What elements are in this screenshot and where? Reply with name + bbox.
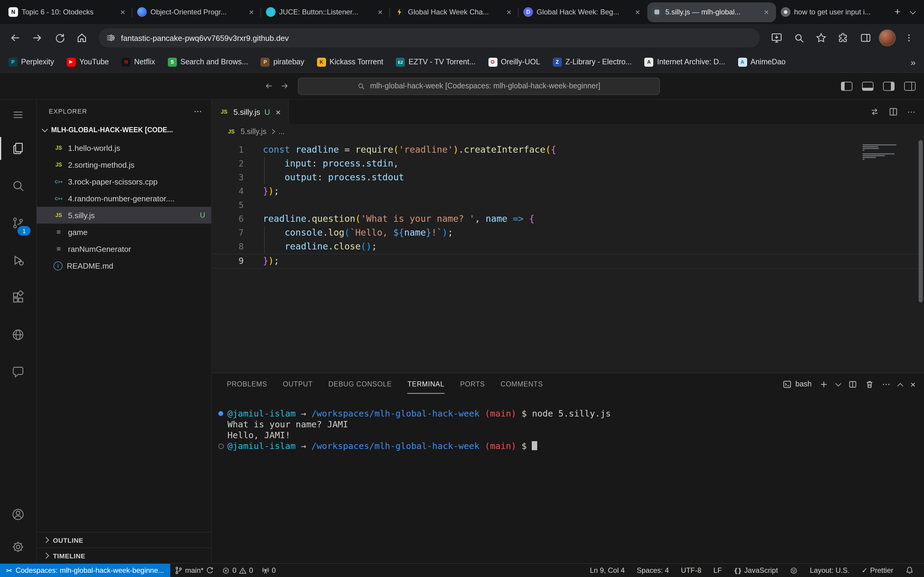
swap-editors-icon[interactable]	[870, 107, 879, 117]
bookmark-item[interactable]: Netflix	[121, 57, 155, 66]
reload-button[interactable]	[50, 29, 69, 47]
problems-status[interactable]: 0 0	[218, 566, 257, 575]
editor-back-icon[interactable]	[264, 81, 274, 91]
editor-tab[interactable]: 5.silly.js U ×	[212, 100, 288, 124]
explorer-more-actions-icon[interactable]: ⋯	[194, 106, 203, 116]
split-editor-icon[interactable]	[888, 107, 898, 117]
source-control-icon[interactable]: 1	[0, 205, 36, 242]
browser-tab[interactable]: how to get user input i...×	[776, 2, 886, 22]
command-decoration-pending[interactable]	[218, 443, 224, 449]
panel-tab-comments[interactable]: COMMENTS	[501, 380, 543, 388]
zoom-icon[interactable]	[790, 29, 808, 47]
browser-tab[interactable]: Topic 6 - 10: Otodecks×	[3, 2, 132, 22]
cursor-position-status[interactable]: Ln 9, Col 4	[586, 566, 629, 575]
breadcrumb-more[interactable]: ...	[278, 127, 285, 136]
file-tree-item[interactable]: 4.random-number-generator....	[37, 190, 211, 207]
remote-indicator[interactable]: >< Codespaces: mlh-global-hack-week-begi…	[0, 564, 170, 577]
bookmark-item[interactable]: AnimeDao	[738, 57, 786, 66]
browser-tab[interactable]: Object-Oriented Progr...×	[132, 2, 261, 22]
file-tree-item[interactable]: 3.rock-paper-scissors.cpp	[37, 173, 211, 190]
run-debug-icon[interactable]	[0, 242, 36, 279]
eol-status[interactable]: LF	[709, 566, 726, 575]
keyboard-layout-status[interactable]: Layout: U.S.	[806, 566, 854, 575]
tab-close-icon[interactable]: ×	[247, 7, 256, 17]
code-editor[interactable]: 1const readline = require('readline').cr…	[212, 139, 924, 372]
breadcrumb-file[interactable]: 5.silly.js	[241, 127, 267, 136]
bookmark-item[interactable]: Perplexity	[8, 57, 54, 66]
new-terminal-icon[interactable]	[819, 380, 828, 388]
toggle-sidebar-icon[interactable]	[841, 81, 853, 90]
bookmark-item[interactable]: piratebay	[261, 57, 304, 66]
file-tree-item[interactable]: 1.hello-world.js	[37, 139, 211, 156]
explorer-root-folder[interactable]: MLH-GLOBAL-HACK-WEEK [CODE...	[37, 122, 211, 137]
menu-icon[interactable]	[0, 100, 36, 130]
branch-status[interactable]: main*	[170, 566, 218, 575]
browser-tab[interactable]: Global Hack Week: Beg...×	[519, 2, 647, 22]
tab-search-button[interactable]	[905, 10, 921, 14]
command-decoration-success[interactable]	[218, 411, 223, 416]
maximize-panel-icon[interactable]	[898, 383, 903, 389]
customize-layout-icon[interactable]	[904, 81, 916, 90]
tab-close-icon[interactable]: ×	[633, 7, 643, 17]
browser-menu-icon[interactable]	[900, 29, 918, 47]
explorer-icon[interactable]	[0, 130, 36, 167]
site-settings-icon[interactable]	[106, 33, 115, 43]
terminal[interactable]: @jamiul-islam → /workspaces/mlh-global-h…	[212, 395, 924, 563]
remote-explorer-globe-icon[interactable]	[0, 316, 36, 353]
close-panel-icon[interactable]: ×	[910, 379, 916, 389]
bookmark-star-icon[interactable]	[812, 29, 830, 47]
settings-gear-icon[interactable]	[0, 531, 36, 563]
scrollbar[interactable]	[919, 140, 923, 302]
new-tab-button[interactable]: +	[890, 4, 905, 20]
formatter-status[interactable]: ✓ Prettier	[858, 566, 898, 575]
file-tree-item[interactable]: 5.silly.jsU	[37, 207, 211, 224]
profile-avatar[interactable]	[879, 29, 896, 46]
bookmark-item[interactable]: EZTV - TV Torrent...	[396, 57, 475, 66]
file-tree-item[interactable]: game	[37, 224, 211, 240]
toggle-secondary-sidebar-icon[interactable]	[883, 81, 895, 90]
extensions-icon[interactable]	[0, 279, 36, 316]
breadcrumbs[interactable]: 5.silly.js ...	[212, 124, 924, 139]
command-center[interactable]: mlh-global-hack-week [Codespaces: mlh-gl…	[298, 77, 660, 95]
back-button[interactable]	[6, 29, 24, 47]
bookmarks-overflow-icon[interactable]: »	[911, 57, 916, 67]
browser-tab[interactable]: 5.silly.js — mlh-global...×	[647, 2, 776, 22]
install-app-icon[interactable]	[767, 29, 786, 47]
bookmark-item[interactable]: Kickass Torrrent	[317, 57, 383, 66]
panel-tab-debug-console[interactable]: DEBUG CONSOLE	[328, 380, 392, 388]
bookmark-item[interactable]: Z-Library - Electro...	[553, 57, 632, 66]
tab-close-icon[interactable]: ×	[762, 7, 771, 17]
panel-tab-problems[interactable]: PROBLEMS	[227, 380, 267, 388]
bookmark-item[interactable]: YouTube	[67, 57, 109, 66]
panel-more-actions-icon[interactable]: ⋯	[882, 379, 890, 389]
minimap[interactable]	[863, 144, 898, 160]
panel-tab-terminal[interactable]: TERMINAL	[407, 380, 444, 388]
file-tree-item[interactable]: 2.sorting-method.js	[37, 156, 211, 173]
bookmark-item[interactable]: Oreilly-UOL	[488, 57, 540, 66]
feedback-smiley-icon[interactable]	[786, 566, 802, 574]
browser-tab[interactable]: JUCE: Button::Listener...×	[261, 2, 390, 22]
kill-terminal-trash-icon[interactable]	[865, 380, 874, 388]
comments-icon[interactable]	[0, 353, 36, 391]
more-actions-icon[interactable]: ⋯	[907, 107, 916, 117]
editor-forward-icon[interactable]	[280, 81, 289, 91]
tab-close-icon[interactable]: ×	[375, 7, 385, 17]
terminal-shell-label[interactable]: bash	[783, 380, 811, 388]
account-icon[interactable]	[0, 498, 36, 531]
split-terminal-icon[interactable]	[848, 380, 857, 388]
ports-status[interactable]: 0	[257, 566, 280, 575]
panel-tab-output[interactable]: OUTPUT	[283, 380, 312, 388]
bookmark-item[interactable]: Internet Archive: D...	[645, 57, 725, 66]
sidebar-section-timeline[interactable]: TIMELINE	[37, 548, 211, 563]
bookmark-item[interactable]: Search and Brows...	[168, 57, 248, 66]
encoding-status[interactable]: UTF-8	[677, 566, 706, 575]
home-button[interactable]	[73, 29, 91, 47]
notifications-bell-icon[interactable]	[901, 566, 918, 575]
tab-close-icon[interactable]: ×	[504, 7, 514, 17]
search-icon[interactable]	[0, 167, 36, 205]
forward-button[interactable]	[28, 29, 46, 47]
language-status[interactable]: {} JavaScript	[730, 566, 782, 575]
extensions-puzzle-icon[interactable]	[834, 29, 853, 47]
sidebar-section-outline[interactable]: OUTLINE	[37, 532, 211, 548]
address-bar[interactable]: fantastic-pancake-pwq6vv7659v3rxr9.githu…	[99, 28, 760, 47]
